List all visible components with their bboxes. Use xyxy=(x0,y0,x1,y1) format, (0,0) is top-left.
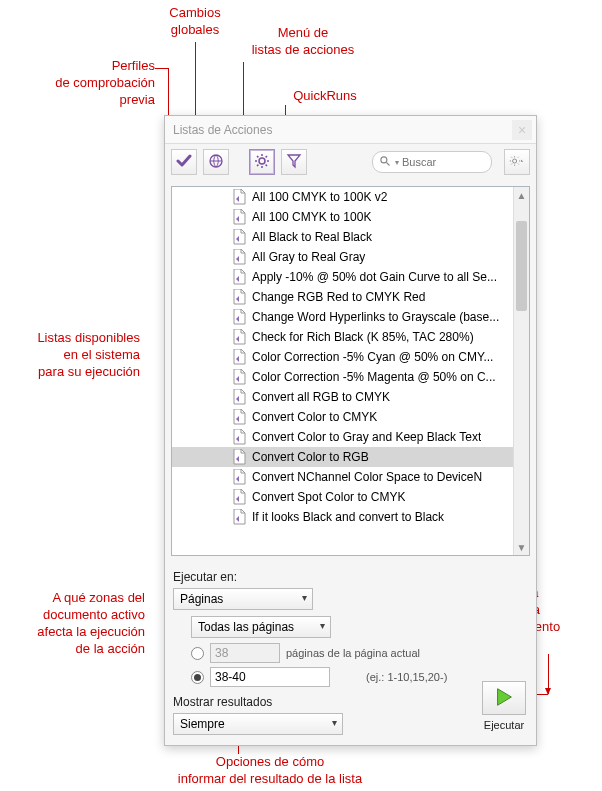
document-icon xyxy=(232,369,246,385)
list-item[interactable]: Change RGB Red to CMYK Red xyxy=(172,287,513,307)
play-icon xyxy=(493,686,515,711)
gear-icon xyxy=(254,153,270,172)
range-hint: (ej.: 1-10,15,20-) xyxy=(366,671,447,683)
toolbar: ▾ xyxy=(165,144,536,180)
quickruns-button[interactable] xyxy=(281,149,307,175)
list-item[interactable]: Check for Rich Black (K 85%, TAC 280%) xyxy=(172,327,513,347)
callout-menu-listas: Menú de listas de acciones xyxy=(238,25,368,59)
gear-icon xyxy=(509,153,525,172)
scroll-thumb[interactable] xyxy=(516,221,527,311)
callout-perfiles: Perfiles de comprobación previa xyxy=(35,58,155,109)
document-icon xyxy=(232,509,246,525)
run-on-label: Ejecutar en: xyxy=(173,570,528,584)
scrollbar[interactable]: ▲ ▼ xyxy=(513,187,529,555)
search-input[interactable] xyxy=(402,156,482,168)
scroll-up-button[interactable]: ▲ xyxy=(514,187,529,203)
document-icon xyxy=(232,409,246,425)
list-item-label: All Black to Real Black xyxy=(252,230,372,244)
callout-cambios-globales: Cambios globales xyxy=(150,5,240,39)
relative-pages-radio[interactable] xyxy=(191,647,204,660)
document-icon xyxy=(232,469,246,485)
document-icon xyxy=(232,229,246,245)
list-item[interactable]: All 100 CMYK to 100K xyxy=(172,207,513,227)
list-item-label: Convert Color to CMYK xyxy=(252,410,377,424)
list-item[interactable]: Apply -10% @ 50% dot Gain Curve to all S… xyxy=(172,267,513,287)
search-icon xyxy=(379,155,395,170)
action-lists-dialog: Listas de Acciones × ▾ All 100 CMYK to 1… xyxy=(164,115,537,746)
document-icon xyxy=(232,309,246,325)
options-panel: Ejecutar en: Páginas Todas las páginas p… xyxy=(165,562,536,745)
list-item-label: Apply -10% @ 50% dot Gain Curve to all S… xyxy=(252,270,497,284)
pages-select-value: Todas las páginas xyxy=(198,620,294,634)
list-item-label: Convert NChannel Color Space to DeviceN xyxy=(252,470,482,484)
list-item-label: If it looks Black and convert to Black xyxy=(252,510,444,524)
show-results-select[interactable]: Siempre xyxy=(173,713,343,735)
action-list[interactable]: All 100 CMYK to 100K v2All 100 CMYK to 1… xyxy=(171,186,530,556)
globe-icon xyxy=(208,153,224,172)
list-item-label: All 100 CMYK to 100K xyxy=(252,210,371,224)
document-icon xyxy=(232,209,246,225)
scope-select[interactable]: Páginas xyxy=(173,588,313,610)
callout-opciones: Opciones de cómo informar del resultado … xyxy=(145,754,395,788)
document-icon xyxy=(232,289,246,305)
document-icon xyxy=(232,269,246,285)
arrow xyxy=(548,654,549,694)
document-icon xyxy=(232,489,246,505)
list-item-label: Change RGB Red to CMYK Red xyxy=(252,290,425,304)
global-changes-button[interactable] xyxy=(203,149,229,175)
list-item[interactable]: Color Correction -5% Magenta @ 50% on C.… xyxy=(172,367,513,387)
pages-select[interactable]: Todas las páginas xyxy=(191,616,331,638)
execute-label: Ejecutar xyxy=(482,719,526,731)
list-item[interactable]: Convert NChannel Color Space to DeviceN xyxy=(172,467,513,487)
preflight-check-button[interactable] xyxy=(171,149,197,175)
dropdown-caret-icon: ▾ xyxy=(395,158,399,167)
page-range-radio[interactable] xyxy=(191,671,204,684)
execute-button[interactable] xyxy=(482,681,526,715)
list-item[interactable]: Convert Color to CMYK xyxy=(172,407,513,427)
list-item[interactable]: Convert Color to RGB xyxy=(172,447,513,467)
callout-listas-disponibles: Listas disponibles en el sistema para su… xyxy=(10,330,140,381)
svg-point-1 xyxy=(259,158,265,164)
show-results-value: Siempre xyxy=(180,717,225,731)
callout-a-que-zonas: A qué zonas del documento activo afecta … xyxy=(10,590,145,658)
document-icon xyxy=(232,189,246,205)
document-icon xyxy=(232,449,246,465)
page-range-input[interactable] xyxy=(210,667,330,687)
window-title: Listas de Acciones xyxy=(173,123,272,137)
list-item[interactable]: Convert Color to Gray and Keep Black Tex… xyxy=(172,427,513,447)
search-box[interactable]: ▾ xyxy=(372,151,492,173)
list-item[interactable]: Color Correction -5% Cyan @ 50% on CMY..… xyxy=(172,347,513,367)
check-icon xyxy=(176,153,192,172)
document-icon xyxy=(232,349,246,365)
list-item-label: Convert all RGB to CMYK xyxy=(252,390,390,404)
list-item[interactable]: All Black to Real Black xyxy=(172,227,513,247)
show-results-label: Mostrar resultados xyxy=(173,695,528,709)
relative-pages-suffix: páginas de la página actual xyxy=(286,647,420,659)
list-item[interactable]: Change Word Hyperlinks to Grayscale (bas… xyxy=(172,307,513,327)
list-item-label: All 100 CMYK to 100K v2 xyxy=(252,190,387,204)
relative-pages-input[interactable] xyxy=(210,643,280,663)
list-item-label: Convert Color to RGB xyxy=(252,450,369,464)
list-item[interactable]: All Gray to Real Gray xyxy=(172,247,513,267)
list-item-label: Convert Color to Gray and Keep Black Tex… xyxy=(252,430,481,444)
list-item[interactable]: Convert all RGB to CMYK xyxy=(172,387,513,407)
list-item-label: Check for Rich Black (K 85%, TAC 280%) xyxy=(252,330,474,344)
close-button[interactable]: × xyxy=(512,120,532,140)
settings-menu-button[interactable] xyxy=(504,149,530,175)
list-item[interactable]: Convert Spot Color to CMYK xyxy=(172,487,513,507)
list-item[interactable]: If it looks Black and convert to Black xyxy=(172,507,513,527)
titlebar[interactable]: Listas de Acciones × xyxy=(165,116,536,144)
list-item-label: Change Word Hyperlinks to Grayscale (bas… xyxy=(252,310,499,324)
callout-quickruns: QuickRuns xyxy=(280,88,370,105)
list-item[interactable]: All 100 CMYK to 100K v2 xyxy=(172,187,513,207)
document-icon xyxy=(232,389,246,405)
filter-icon xyxy=(286,153,302,172)
svg-point-2 xyxy=(381,156,387,162)
list-item-label: All Gray to Real Gray xyxy=(252,250,365,264)
scope-select-value: Páginas xyxy=(180,592,223,606)
arrow xyxy=(155,68,168,69)
action-lists-menu-button[interactable] xyxy=(249,149,275,175)
scroll-down-button[interactable]: ▼ xyxy=(514,539,529,555)
list-item-label: Color Correction -5% Magenta @ 50% on C.… xyxy=(252,370,496,384)
list-item-label: Color Correction -5% Cyan @ 50% on CMY..… xyxy=(252,350,493,364)
